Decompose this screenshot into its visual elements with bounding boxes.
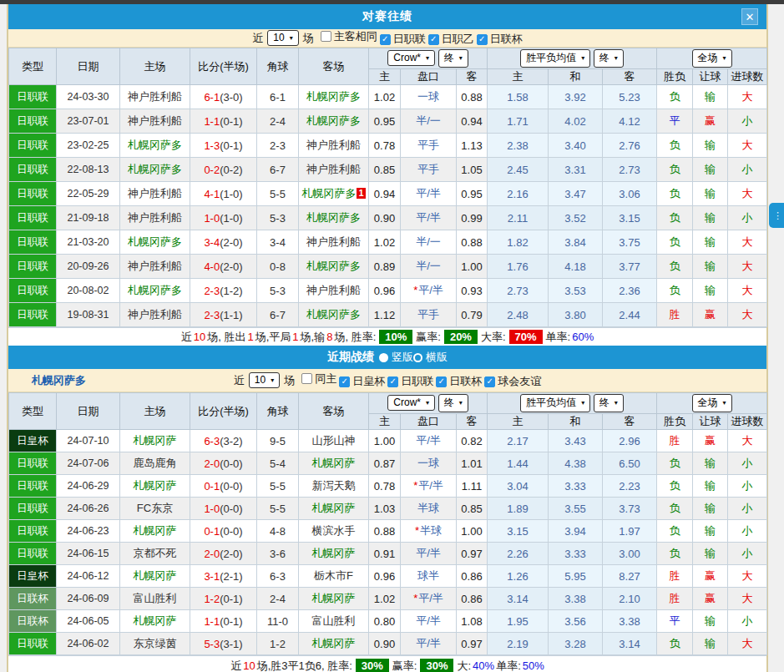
home-odds: 1.03 [369, 498, 401, 520]
goals-outcome: 大 [728, 565, 767, 588]
handicap-line: *平/半 [401, 588, 457, 610]
corner-score: 5-4 [257, 452, 299, 475]
league-badge: 日联杯 [9, 610, 57, 633]
scope-select[interactable]: 全场▾ [692, 394, 732, 412]
recent-title: 近期战绩 [327, 350, 374, 365]
away-team-name: 札幌冈萨 [312, 637, 356, 649]
league-badge: 日职联 [9, 85, 57, 109]
away-odds: 1.13 [457, 134, 488, 158]
handicap-text: 平/半 [416, 434, 441, 447]
fulltime-score: 0-2 [204, 164, 220, 176]
home-odds: 0.85 [369, 158, 401, 182]
match-row: 日职联24-06-29札幌冈萨0-1(0-0)5-5新泻天鹅0.78*平/半1.… [9, 475, 767, 498]
home-odds: 0.96 [369, 279, 401, 303]
avg-time-select[interactable]: 终▾ [594, 49, 624, 68]
corner-score: 5-3 [257, 206, 299, 230]
avg-away-odds: 3.00 [603, 543, 657, 565]
filter-checkbox[interactable]: ✓日皇杯 [339, 374, 385, 389]
match-date: 24-06-02 [57, 633, 120, 655]
away-team: 札幌冈萨多1 [299, 182, 369, 206]
filter-checkbox[interactable]: ✓日职乙 [428, 32, 474, 47]
filter-checkbox[interactable]: ✓日职联 [387, 374, 433, 389]
handicap-text: 一球 [417, 457, 439, 469]
filter-checkbox[interactable]: 主客相同 [321, 29, 377, 44]
goals-outcome: 小 [728, 520, 767, 543]
checkbox-label: 同主 [315, 371, 336, 387]
filter-checkbox[interactable]: ✓日联杯 [477, 32, 523, 47]
handicap-line: 平手 [401, 134, 457, 158]
filter-checkbox[interactable]: ✓球会友谊 [484, 374, 541, 389]
close-icon[interactable]: ✕ [741, 8, 758, 25]
home-odds: 0.94 [369, 182, 401, 206]
checkbox-label: 球会友谊 [498, 374, 541, 389]
odds-source-select[interactable]: Crow*▾ [387, 50, 435, 66]
handicap-text: 平/半 [416, 547, 441, 559]
fulltime-score: 2-0 [204, 548, 220, 560]
avg-draw-odds: 3.92 [549, 85, 603, 109]
red-number-badge: 1 [357, 188, 365, 199]
avg-time-select[interactable]: 终▾ [594, 394, 624, 412]
match-count-select[interactable]: 10▾ [267, 30, 298, 46]
score-halftime: 3-1(2-1) [190, 565, 257, 588]
col-result: 胜负 [657, 414, 693, 430]
handicap-line: 平/半 [401, 206, 457, 230]
away-team-name: 山形山神 [312, 434, 356, 447]
handicap-text: 平手 [417, 163, 439, 175]
avg-draw-odds: 3.80 [549, 303, 603, 327]
match-count-select[interactable]: 10▾ [249, 372, 280, 388]
caret-down-icon: ▾ [581, 54, 584, 62]
unchecked-checkbox-icon [321, 31, 331, 42]
odds-source-select[interactable]: Crow*▾ [387, 395, 435, 411]
side-widget-button[interactable]: ⋮ [769, 203, 784, 228]
handicap-outcome: 输 [693, 498, 728, 520]
home-team: 神户胜利船 [120, 109, 190, 134]
avg-draw-odds: 3.40 [549, 134, 603, 158]
h2h-summary: 近 10 场, 胜出 1 场,平局 1 场,输 8 场, 胜率: 10% 赢率:… [8, 327, 766, 346]
avg-odds-select[interactable]: 胜平负均值▾ [520, 394, 590, 412]
corner-score: 6-3 [257, 565, 299, 588]
goals-outcome: 大 [728, 303, 767, 327]
avg-home-odds: 2.38 [488, 134, 549, 158]
avg-draw-odds: 4.02 [549, 109, 603, 134]
avg-odds-select[interactable]: 胜平负均值▾ [520, 49, 590, 68]
filter-checkbox[interactable]: 同主 [301, 371, 336, 387]
home-odds: 0.78 [369, 134, 401, 158]
corner-score: 0-8 [257, 255, 299, 279]
recent-table: 类型 日期 主场 比分(半场) 角球 客场 Crow*▾ 终▾ 胜平负均值▾ 终… [8, 392, 767, 655]
col-avg-home: 主 [488, 414, 549, 430]
home-odds: 0.90 [369, 633, 401, 655]
handicap-outcome: 输 [693, 206, 728, 230]
filter-checkbox[interactable]: ✓日联杯 [436, 374, 482, 389]
layout-radio-selected[interactable]: 竖版 [379, 350, 413, 365]
avg-away-odds: 2.76 [603, 134, 657, 158]
radio-label: 横版 [426, 350, 448, 365]
layout-radio-option[interactable]: 横版 [413, 350, 448, 365]
match-date: 24-06-26 [57, 498, 120, 520]
odds-time-select[interactable]: 终▾ [438, 49, 468, 68]
fulltime-score: 1-1 [204, 115, 220, 128]
goals-outcome: 小 [728, 109, 767, 134]
score-halftime: 1-1(0-1) [190, 610, 257, 633]
scope-select[interactable]: 全场▾ [692, 49, 732, 68]
summary-text: 单率: [496, 659, 521, 672]
away-odds: 0.88 [457, 230, 488, 255]
away-team: 札幌冈萨 [299, 543, 369, 565]
handicap-text: 平/半 [418, 479, 443, 492]
fulltime-score: 1-3 [204, 139, 220, 152]
halftime-score: (3-2) [220, 435, 242, 447]
odds-time-select[interactable]: 终▾ [438, 394, 468, 412]
rate-chip: 70% [509, 330, 543, 344]
summary-text: 近 [230, 659, 241, 672]
filter-checkbox[interactable]: ✓日职联 [380, 32, 426, 47]
result-outcome: 负 [657, 279, 693, 303]
handicap-outcome: 输 [693, 633, 728, 655]
away-odds: 0.93 [457, 279, 488, 303]
handicap-outcome: 赢 [693, 588, 728, 610]
away-team-name: 札幌冈萨 [312, 502, 356, 514]
match-row: 日职联24-07-06鹿岛鹿角2-0(0-0)5-4札幌冈萨0.87一球1.01… [9, 452, 767, 475]
home-team: 神户胜利船 [120, 182, 190, 206]
match-row: 日职联21-09-18神户胜利船1-0(1-0)5-3札幌冈萨多0.90平/半0… [9, 206, 767, 230]
handicap-text: 半/一 [416, 114, 441, 127]
checkbox-label: 日联杯 [490, 32, 523, 47]
caret-down-icon: ▾ [581, 399, 584, 407]
